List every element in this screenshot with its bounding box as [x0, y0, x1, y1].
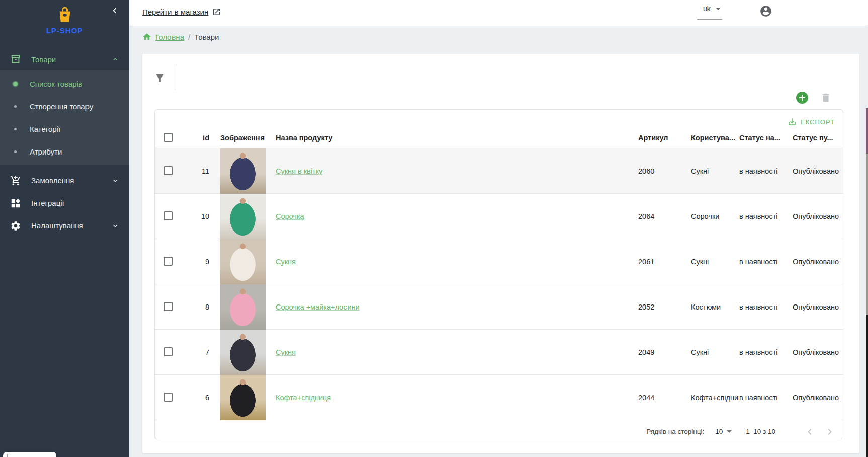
product-name-link[interactable]: Сорочка +майка+лосини	[276, 303, 360, 311]
cell-id: 6	[188, 394, 212, 402]
cell-sku: 2044	[638, 394, 691, 402]
sidebar-item-label: Створення товару	[30, 102, 93, 111]
table-row: 8 Сорочка +майка+лосини 2052 Костюми в н…	[155, 284, 843, 329]
cell-published: Опубліковано	[793, 167, 843, 175]
sidebar-item-attributes[interactable]: Атрибути	[0, 140, 129, 163]
cell-sku: 2052	[638, 303, 691, 311]
store-link-label: Перейти в магазин	[142, 8, 208, 16]
sidebar-item-create-product[interactable]: Створення товару	[0, 95, 129, 118]
breadcrumb: Головна / Товари	[142, 32, 219, 41]
column-header-stock: Статус на...	[739, 134, 793, 142]
sidebar-item-integrations[interactable]: Інтеграції	[0, 192, 129, 214]
product-image[interactable]	[220, 148, 266, 194]
table-actions	[796, 92, 831, 104]
cell-sku: 2061	[638, 258, 691, 266]
row-checkbox[interactable]	[164, 257, 173, 266]
row-checkbox[interactable]	[164, 347, 173, 356]
breadcrumb-home-link[interactable]: Головна	[155, 33, 184, 41]
sidebar-item-products[interactable]: Товари	[0, 48, 129, 70]
product-image[interactable]	[220, 239, 266, 284]
cell-stock: в наявності	[739, 258, 793, 266]
table-row: 11 Сукня в квітку 2060 Сукні в наявності…	[155, 148, 843, 193]
column-header-published: Статус пу...	[793, 134, 843, 142]
chevron-up-icon	[111, 55, 119, 63]
sidebar-item-orders[interactable]: Замовлення	[0, 169, 129, 192]
divider	[175, 66, 175, 90]
cell-published: Опубліковано	[793, 303, 843, 311]
cell-id: 11	[188, 167, 212, 175]
sidebar-item-settings[interactable]: Налаштування	[0, 214, 129, 237]
next-page-icon[interactable]	[824, 426, 836, 438]
cell-stock: в наявності	[739, 303, 793, 311]
product-name-link[interactable]: Сукня	[276, 348, 296, 356]
rows-per-page-value: 10	[715, 428, 723, 435]
export-button[interactable]: ЕКСПОРТ	[788, 117, 835, 126]
cell-category: Кофта+спідниц	[691, 394, 739, 402]
screen-edge-artifact	[866, 0, 868, 457]
cart-plus-icon	[10, 175, 21, 186]
topbar: Перейти в магазин uk	[129, 0, 868, 26]
column-header-image: Зображення	[212, 134, 269, 142]
row-checkbox[interactable]	[164, 211, 173, 220]
column-header-name: Назва продукту	[269, 134, 638, 142]
language-select[interactable]: uk	[697, 4, 722, 20]
row-checkbox[interactable]	[164, 393, 173, 402]
cell-sku: 2064	[638, 212, 691, 220]
go-to-store-link[interactable]: Перейти в магазин	[142, 8, 221, 16]
product-image[interactable]	[220, 330, 266, 375]
row-checkbox[interactable]	[164, 166, 173, 175]
table-body: 11 Сукня в квітку 2060 Сукні в наявності…	[155, 148, 843, 420]
cell-id: 9	[188, 258, 212, 266]
bullet-icon	[14, 128, 17, 130]
filter-icon[interactable]	[154, 72, 165, 84]
caret-down-icon	[727, 430, 732, 433]
rows-per-page-select[interactable]: 10	[715, 428, 732, 435]
content-card: ЕКСПОРТ id Зображення Назва продукту Арт…	[142, 54, 859, 453]
sidebar-item-label: Список товарів	[30, 80, 82, 88]
cell-id: 8	[188, 303, 212, 311]
sidebar-item-categories[interactable]: Категорії	[0, 118, 129, 140]
cell-sku: 2060	[638, 167, 691, 175]
cell-sku: 2049	[638, 348, 691, 356]
sidebar-item-label: Категорії	[30, 125, 60, 133]
product-name-link[interactable]: Сукня в квітку	[276, 167, 322, 175]
previous-page-icon[interactable]	[804, 426, 816, 438]
bullet-icon	[14, 105, 17, 108]
sidebar-item-label: Налаштування	[31, 221, 111, 230]
export-label: ЕКСПОРТ	[801, 118, 835, 126]
products-submenu: Список товарів Створення товару Категорі…	[0, 70, 129, 165]
delete-icon[interactable]	[820, 92, 831, 103]
caret-down-icon	[716, 8, 721, 10]
chevron-down-icon	[111, 177, 119, 185]
product-image[interactable]	[220, 194, 266, 239]
logo: LP-SHOP	[0, 0, 129, 48]
sidebar-item-label: Атрибути	[30, 147, 62, 156]
row-checkbox[interactable]	[164, 302, 173, 311]
inventory-box-icon	[10, 54, 21, 65]
product-name-link[interactable]: Сукня	[276, 258, 296, 266]
download-icon	[788, 117, 797, 126]
account-avatar-icon[interactable]	[759, 5, 772, 18]
sidebar-item-label: Інтеграції	[31, 199, 119, 207]
language-value: uk	[697, 5, 711, 13]
cell-published: Опубліковано	[793, 258, 843, 266]
add-product-button[interactable]	[796, 92, 808, 104]
product-name-link[interactable]: Кофта+спідниця	[276, 394, 331, 402]
table-row: 9 Сукня 2061 Сукні в наявності Опубліков…	[155, 239, 843, 284]
breadcrumb-separator: /	[188, 33, 190, 41]
cell-stock: в наявності	[739, 348, 793, 356]
table-row: 6 Кофта+спідниця 2044 Кофта+спідниц в на…	[155, 374, 843, 420]
export-row: ЕКСПОРТ	[155, 110, 843, 128]
bullet-icon	[13, 82, 18, 86]
breadcrumb-current: Товари	[194, 33, 219, 41]
cell-published: Опубліковано	[793, 348, 843, 356]
sidebar-collapse-icon[interactable]	[109, 5, 120, 16]
product-name-link[interactable]: Сорочка	[276, 212, 304, 220]
snackbar-icon	[7, 454, 11, 457]
external-link-icon	[212, 8, 221, 16]
product-image[interactable]	[220, 284, 266, 330]
cell-id: 7	[188, 348, 212, 356]
product-image[interactable]	[220, 375, 266, 420]
sidebar-item-product-list[interactable]: Список товарів	[0, 72, 129, 95]
select-all-checkbox[interactable]	[164, 133, 173, 142]
